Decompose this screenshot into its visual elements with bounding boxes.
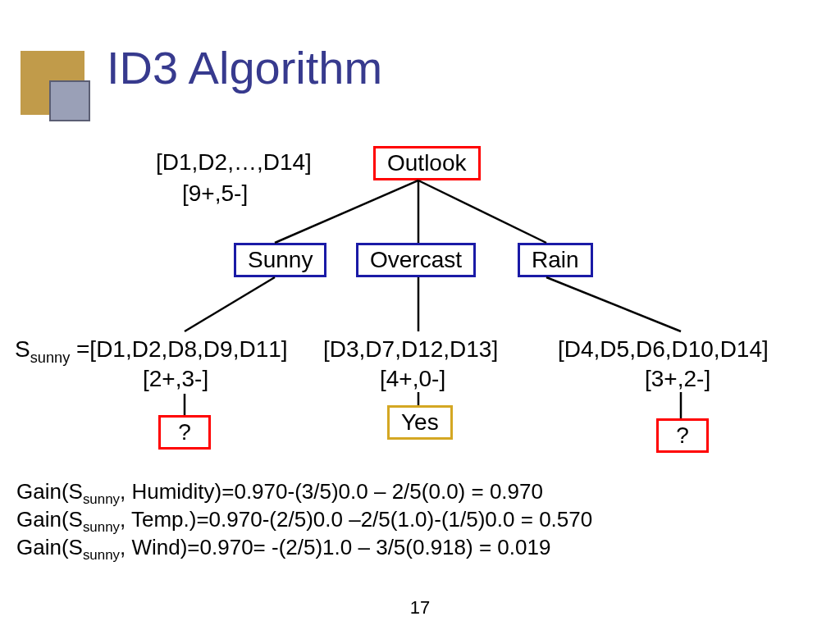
node-sunny: Sunny [234, 243, 326, 277]
svg-line-0 [275, 180, 418, 243]
leaf-rain-list: [D4,D5,D6,D10,D14] [558, 335, 769, 363]
node-overcast: Overcast [356, 243, 476, 277]
page-number: 17 [0, 597, 840, 619]
result-rain: ? [656, 418, 709, 453]
result-sunny: ? [158, 415, 211, 450]
leaf-sunny-list: Ssunny =[D1,D2,D8,D9,D11] [15, 335, 288, 367]
svg-line-5 [546, 277, 681, 331]
slide-title: ID3 Algorithm [107, 41, 382, 94]
leaf-overcast-counts: [4+,0-] [380, 364, 445, 393]
root-data-list: [D1,D2,…,D14] [156, 148, 312, 176]
node-outlook: Outlook [373, 146, 481, 180]
svg-line-2 [418, 180, 546, 243]
root-data-counts: [9+,5-] [182, 179, 248, 208]
svg-line-3 [185, 277, 275, 331]
corner-decoration-inner [49, 80, 90, 121]
gain-wind: Gain(Ssunny, Wind)=0.970= -(2/5)1.0 – 3/… [16, 533, 550, 565]
leaf-overcast-list: [D3,D7,D12,D13] [323, 335, 498, 363]
result-overcast: Yes [387, 405, 453, 440]
gain-humidity: Gain(Ssunny, Humidity)=0.970-(3/5)0.0 – … [16, 477, 543, 509]
leaf-sunny-counts: [2+,3-] [143, 364, 208, 393]
leaf-rain-counts: [3+,2-] [645, 364, 710, 393]
node-rain: Rain [518, 243, 593, 277]
gain-temp: Gain(Ssunny, Temp.)=0.970-(2/5)0.0 –2/5(… [16, 505, 592, 537]
